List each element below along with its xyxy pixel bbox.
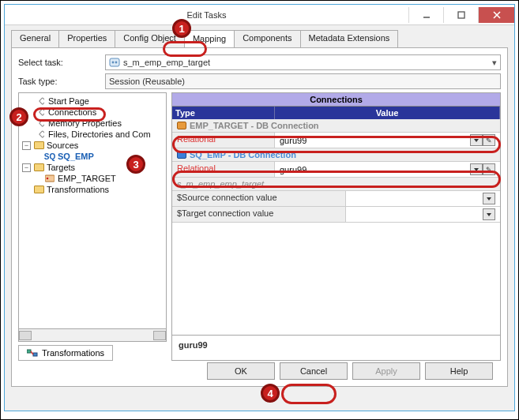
sq-icon: SQ (44, 152, 55, 161)
row-type: $Source connection value (172, 191, 346, 206)
folder-icon (33, 141, 44, 150)
collapse-icon[interactable]: − (22, 163, 31, 172)
apply-button[interactable]: Apply (352, 362, 420, 380)
session-icon (109, 57, 120, 68)
connections-grid: Connections Type Value EMP_TARGET - DB C… (171, 92, 501, 336)
preview-pane: guru99 (171, 336, 501, 361)
svg-rect-10 (39, 131, 44, 137)
svg-rect-1 (458, 12, 464, 18)
ok-button[interactable]: OK (207, 362, 275, 380)
target-icon (177, 122, 186, 129)
tree-item-sources: −Sources (19, 140, 166, 151)
svg-point-6 (115, 62, 118, 64)
callout-ring-3a (172, 136, 501, 153)
tab-components[interactable]: Components (234, 30, 300, 47)
folder-icon (33, 185, 44, 194)
subtab-transformations[interactable]: Transformations (18, 345, 113, 361)
diamond-icon (35, 96, 46, 106)
tree-item: EMP_TARGET (19, 173, 166, 184)
dropdown-button[interactable] (483, 193, 495, 204)
svg-rect-13 (27, 350, 31, 353)
tree-hscrollbar[interactable] (18, 329, 167, 342)
row-type: $Target connection value (172, 207, 346, 222)
task-type-value: Session (Reusable) (109, 77, 185, 86)
callout-ring-2 (33, 107, 106, 122)
svg-point-5 (112, 62, 115, 64)
collapse-icon[interactable]: − (22, 141, 31, 150)
tree-item: Start Page (19, 96, 166, 107)
col-type[interactable]: Type (172, 107, 275, 119)
chevron-down-icon: ▾ (492, 58, 497, 68)
grid-title: Connections (172, 93, 500, 107)
callout-ring-3b (172, 171, 501, 188)
target-icon (44, 174, 55, 183)
tree-item: Transformations (19, 184, 166, 195)
tab-general[interactable]: General (11, 30, 59, 47)
select-task-label: Select task: (18, 58, 105, 67)
svg-rect-4 (110, 58, 119, 66)
svg-rect-7 (39, 98, 44, 104)
transformations-icon (27, 348, 38, 358)
svg-point-12 (47, 178, 49, 180)
col-value[interactable]: Value (275, 107, 500, 119)
callout-ring-1 (163, 41, 207, 57)
mapping-tree[interactable]: Start Page Connections Memory Properties… (18, 92, 167, 329)
grid-row[interactable]: $Source connection value (172, 191, 500, 207)
help-button[interactable]: Help (425, 362, 493, 380)
task-type-field: Session (Reusable) (105, 73, 501, 89)
select-task-value: s_m_emp_emp_target (123, 58, 210, 67)
grid-section-header: EMP_TARGET - DB Connection (172, 119, 500, 133)
select-task-combo[interactable]: s_m_emp_emp_target ▾ (105, 54, 501, 70)
minimize-button[interactable] (408, 7, 443, 23)
tree-item: Files, Directories and Com (19, 129, 166, 140)
svg-rect-14 (33, 353, 37, 356)
callout-ring-4 (281, 384, 337, 404)
diamond-icon (35, 129, 46, 139)
cancel-button[interactable]: Cancel (280, 362, 348, 380)
callout-1: 1 (172, 19, 191, 38)
dropdown-button[interactable] (483, 208, 495, 220)
task-type-label: Task type: (18, 77, 105, 86)
close-button[interactable] (478, 7, 514, 23)
callout-3: 3 (126, 155, 145, 174)
folder-icon (33, 163, 44, 172)
window-title: Edit Tasks (5, 10, 408, 20)
maximize-button[interactable] (443, 7, 478, 23)
tab-bar: General Properties Config Object Mapping… (11, 30, 514, 47)
callout-2: 2 (9, 107, 28, 126)
titlebar: Edit Tasks (5, 5, 514, 25)
tab-metadata-extensions[interactable]: Metadata Extensions (300, 30, 399, 47)
tab-properties[interactable]: Properties (58, 30, 115, 47)
grid-row[interactable]: $Target connection value (172, 207, 500, 223)
callout-4: 4 (261, 384, 280, 403)
